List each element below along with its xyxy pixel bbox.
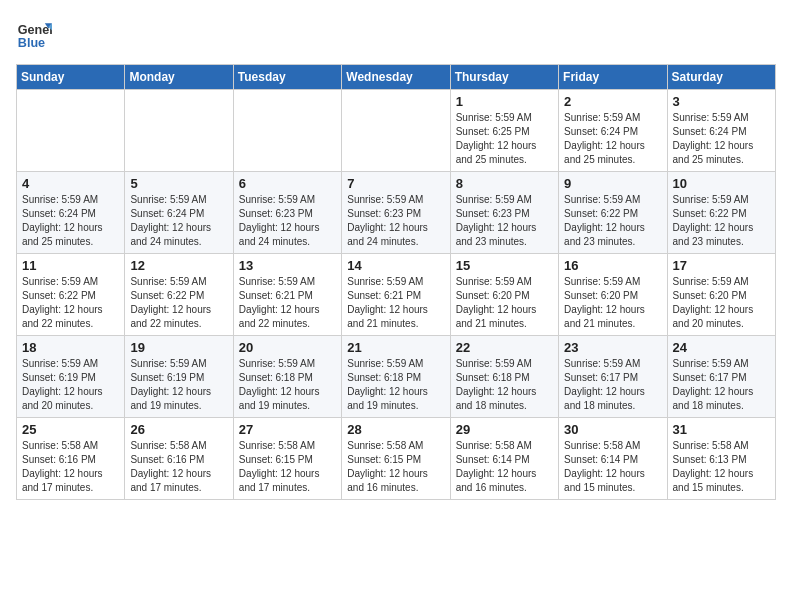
week-row-2: 4Sunrise: 5:59 AM Sunset: 6:24 PM Daylig… (17, 172, 776, 254)
day-info: Sunrise: 5:59 AM Sunset: 6:24 PM Dayligh… (564, 111, 662, 167)
calendar-cell: 29Sunrise: 5:58 AM Sunset: 6:14 PM Dayli… (450, 418, 558, 500)
day-number: 11 (22, 258, 120, 273)
calendar-cell: 13Sunrise: 5:59 AM Sunset: 6:21 PM Dayli… (233, 254, 341, 336)
calendar-cell: 15Sunrise: 5:59 AM Sunset: 6:20 PM Dayli… (450, 254, 558, 336)
day-info: Sunrise: 5:59 AM Sunset: 6:21 PM Dayligh… (347, 275, 445, 331)
calendar-cell: 7Sunrise: 5:59 AM Sunset: 6:23 PM Daylig… (342, 172, 450, 254)
calendar-cell (233, 90, 341, 172)
day-number: 6 (239, 176, 337, 191)
day-number: 1 (456, 94, 554, 109)
day-info: Sunrise: 5:59 AM Sunset: 6:17 PM Dayligh… (673, 357, 771, 413)
day-number: 27 (239, 422, 337, 437)
day-info: Sunrise: 5:58 AM Sunset: 6:15 PM Dayligh… (239, 439, 337, 495)
day-info: Sunrise: 5:58 AM Sunset: 6:14 PM Dayligh… (564, 439, 662, 495)
day-number: 4 (22, 176, 120, 191)
day-number: 12 (130, 258, 228, 273)
day-number: 24 (673, 340, 771, 355)
day-info: Sunrise: 5:59 AM Sunset: 6:20 PM Dayligh… (673, 275, 771, 331)
day-number: 30 (564, 422, 662, 437)
day-info: Sunrise: 5:59 AM Sunset: 6:22 PM Dayligh… (130, 275, 228, 331)
day-info: Sunrise: 5:59 AM Sunset: 6:17 PM Dayligh… (564, 357, 662, 413)
day-info: Sunrise: 5:59 AM Sunset: 6:18 PM Dayligh… (347, 357, 445, 413)
day-info: Sunrise: 5:59 AM Sunset: 6:25 PM Dayligh… (456, 111, 554, 167)
calendar-cell: 28Sunrise: 5:58 AM Sunset: 6:15 PM Dayli… (342, 418, 450, 500)
calendar-cell: 26Sunrise: 5:58 AM Sunset: 6:16 PM Dayli… (125, 418, 233, 500)
day-number: 18 (22, 340, 120, 355)
calendar-cell: 27Sunrise: 5:58 AM Sunset: 6:15 PM Dayli… (233, 418, 341, 500)
day-number: 5 (130, 176, 228, 191)
day-info: Sunrise: 5:58 AM Sunset: 6:15 PM Dayligh… (347, 439, 445, 495)
day-info: Sunrise: 5:59 AM Sunset: 6:23 PM Dayligh… (456, 193, 554, 249)
day-info: Sunrise: 5:59 AM Sunset: 6:20 PM Dayligh… (456, 275, 554, 331)
day-number: 20 (239, 340, 337, 355)
calendar-cell: 5Sunrise: 5:59 AM Sunset: 6:24 PM Daylig… (125, 172, 233, 254)
logo-icon: General Blue (16, 16, 52, 52)
calendar-cell (342, 90, 450, 172)
day-number: 21 (347, 340, 445, 355)
svg-text:Blue: Blue (18, 36, 45, 50)
day-info: Sunrise: 5:59 AM Sunset: 6:22 PM Dayligh… (564, 193, 662, 249)
calendar-cell: 3Sunrise: 5:59 AM Sunset: 6:24 PM Daylig… (667, 90, 775, 172)
day-info: Sunrise: 5:59 AM Sunset: 6:18 PM Dayligh… (239, 357, 337, 413)
calendar-table: SundayMondayTuesdayWednesdayThursdayFrid… (16, 64, 776, 500)
calendar-cell: 19Sunrise: 5:59 AM Sunset: 6:19 PM Dayli… (125, 336, 233, 418)
calendar-cell: 31Sunrise: 5:58 AM Sunset: 6:13 PM Dayli… (667, 418, 775, 500)
day-number: 16 (564, 258, 662, 273)
day-number: 15 (456, 258, 554, 273)
calendar-cell: 1Sunrise: 5:59 AM Sunset: 6:25 PM Daylig… (450, 90, 558, 172)
calendar-cell: 4Sunrise: 5:59 AM Sunset: 6:24 PM Daylig… (17, 172, 125, 254)
day-info: Sunrise: 5:59 AM Sunset: 6:23 PM Dayligh… (239, 193, 337, 249)
day-info: Sunrise: 5:59 AM Sunset: 6:23 PM Dayligh… (347, 193, 445, 249)
calendar-cell: 25Sunrise: 5:58 AM Sunset: 6:16 PM Dayli… (17, 418, 125, 500)
calendar-cell: 9Sunrise: 5:59 AM Sunset: 6:22 PM Daylig… (559, 172, 667, 254)
day-info: Sunrise: 5:59 AM Sunset: 6:24 PM Dayligh… (22, 193, 120, 249)
day-info: Sunrise: 5:59 AM Sunset: 6:19 PM Dayligh… (22, 357, 120, 413)
calendar-cell: 11Sunrise: 5:59 AM Sunset: 6:22 PM Dayli… (17, 254, 125, 336)
calendar-cell: 23Sunrise: 5:59 AM Sunset: 6:17 PM Dayli… (559, 336, 667, 418)
day-number: 29 (456, 422, 554, 437)
weekday-header-thursday: Thursday (450, 65, 558, 90)
day-info: Sunrise: 5:59 AM Sunset: 6:24 PM Dayligh… (130, 193, 228, 249)
calendar-cell: 2Sunrise: 5:59 AM Sunset: 6:24 PM Daylig… (559, 90, 667, 172)
week-row-4: 18Sunrise: 5:59 AM Sunset: 6:19 PM Dayli… (17, 336, 776, 418)
page-header: General Blue (16, 16, 776, 52)
day-info: Sunrise: 5:58 AM Sunset: 6:16 PM Dayligh… (130, 439, 228, 495)
day-info: Sunrise: 5:59 AM Sunset: 6:20 PM Dayligh… (564, 275, 662, 331)
day-info: Sunrise: 5:59 AM Sunset: 6:22 PM Dayligh… (22, 275, 120, 331)
day-info: Sunrise: 5:58 AM Sunset: 6:13 PM Dayligh… (673, 439, 771, 495)
calendar-cell: 8Sunrise: 5:59 AM Sunset: 6:23 PM Daylig… (450, 172, 558, 254)
calendar-cell: 18Sunrise: 5:59 AM Sunset: 6:19 PM Dayli… (17, 336, 125, 418)
calendar-cell: 20Sunrise: 5:59 AM Sunset: 6:18 PM Dayli… (233, 336, 341, 418)
calendar-cell: 16Sunrise: 5:59 AM Sunset: 6:20 PM Dayli… (559, 254, 667, 336)
day-number: 14 (347, 258, 445, 273)
calendar-cell: 21Sunrise: 5:59 AM Sunset: 6:18 PM Dayli… (342, 336, 450, 418)
day-number: 9 (564, 176, 662, 191)
calendar-cell: 10Sunrise: 5:59 AM Sunset: 6:22 PM Dayli… (667, 172, 775, 254)
day-number: 22 (456, 340, 554, 355)
day-info: Sunrise: 5:59 AM Sunset: 6:22 PM Dayligh… (673, 193, 771, 249)
calendar-cell: 30Sunrise: 5:58 AM Sunset: 6:14 PM Dayli… (559, 418, 667, 500)
day-info: Sunrise: 5:58 AM Sunset: 6:16 PM Dayligh… (22, 439, 120, 495)
day-number: 8 (456, 176, 554, 191)
day-info: Sunrise: 5:59 AM Sunset: 6:19 PM Dayligh… (130, 357, 228, 413)
weekday-header-row: SundayMondayTuesdayWednesdayThursdayFrid… (17, 65, 776, 90)
weekday-header-friday: Friday (559, 65, 667, 90)
calendar-cell (17, 90, 125, 172)
day-number: 10 (673, 176, 771, 191)
calendar-cell: 24Sunrise: 5:59 AM Sunset: 6:17 PM Dayli… (667, 336, 775, 418)
day-info: Sunrise: 5:59 AM Sunset: 6:24 PM Dayligh… (673, 111, 771, 167)
logo: General Blue (16, 16, 52, 52)
day-number: 2 (564, 94, 662, 109)
calendar-cell: 12Sunrise: 5:59 AM Sunset: 6:22 PM Dayli… (125, 254, 233, 336)
day-number: 17 (673, 258, 771, 273)
calendar-cell: 17Sunrise: 5:59 AM Sunset: 6:20 PM Dayli… (667, 254, 775, 336)
calendar-cell: 22Sunrise: 5:59 AM Sunset: 6:18 PM Dayli… (450, 336, 558, 418)
week-row-3: 11Sunrise: 5:59 AM Sunset: 6:22 PM Dayli… (17, 254, 776, 336)
day-info: Sunrise: 5:58 AM Sunset: 6:14 PM Dayligh… (456, 439, 554, 495)
weekday-header-saturday: Saturday (667, 65, 775, 90)
day-number: 25 (22, 422, 120, 437)
day-number: 7 (347, 176, 445, 191)
day-number: 19 (130, 340, 228, 355)
day-info: Sunrise: 5:59 AM Sunset: 6:18 PM Dayligh… (456, 357, 554, 413)
day-number: 13 (239, 258, 337, 273)
